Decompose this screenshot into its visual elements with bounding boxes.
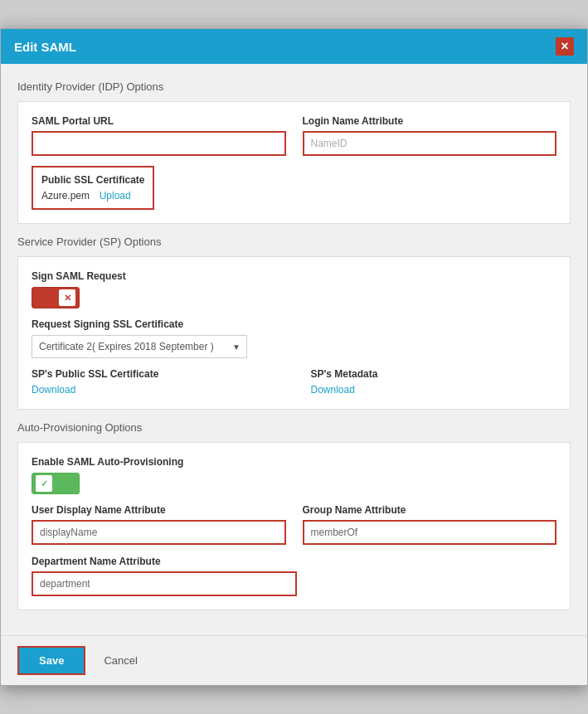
modal-body: Identity Provider (IDP) Options SAML Por…: [1, 64, 587, 635]
enable-auto-prov-group: Enable SAML Auto-Provisioning ✓: [32, 456, 556, 494]
sign-saml-request-group: Sign SAML Request ✕: [32, 270, 556, 308]
sign-saml-toggle[interactable]: ✕: [32, 287, 80, 308]
request-signing-select[interactable]: Certificate 2( Expires 2018 September ): [32, 335, 247, 358]
ssl-cert-box: Public SSL Certificate Azure.pem Upload: [32, 166, 154, 210]
group-name-input[interactable]: [303, 520, 557, 545]
saml-portal-url-group: SAML Portal URL: [32, 115, 286, 156]
modal-title: Edit SAML: [14, 40, 76, 54]
sp-metadata-download-link[interactable]: Download: [311, 384, 355, 396]
request-signing-select-wrapper: Certificate 2( Expires 2018 September ) …: [32, 335, 247, 358]
sp-section-title: Service Provider (SP) Options: [17, 236, 571, 248]
auto-prov-section-box: Enable SAML Auto-Provisioning ✓ User Dis…: [17, 442, 571, 610]
edit-saml-modal: Edit SAML × Identity Provider (IDP) Opti…: [0, 28, 588, 686]
idp-form-row: SAML Portal URL Login Name Attribute: [32, 115, 556, 156]
ssl-cert-label: Public SSL Certificate: [41, 174, 144, 186]
ssl-cert-upload-link[interactable]: Upload: [100, 190, 131, 202]
sign-saml-request-label: Sign SAML Request: [32, 270, 556, 282]
sign-saml-toggle-knob: ✕: [59, 289, 75, 306]
cancel-button[interactable]: Cancel: [95, 648, 145, 673]
idp-section-box: SAML Portal URL Login Name Attribute Pub…: [17, 101, 571, 224]
modal-footer: Save Cancel: [1, 635, 587, 685]
modal-header: Edit SAML ×: [1, 29, 587, 64]
sp-metadata-col: SP's Metadata Download: [311, 368, 557, 396]
ssl-cert-filename: Azure.pem: [41, 190, 90, 202]
auto-prov-section-title: Auto-Provisioning Options: [17, 421, 571, 434]
login-name-attribute-label: Login Name Attribute: [303, 115, 557, 127]
save-button[interactable]: Save: [17, 646, 85, 675]
idp-section-title: Identity Provider (IDP) Options: [17, 80, 571, 93]
request-signing-label: Request Signing SSL Certificate: [32, 318, 556, 330]
user-display-name-input[interactable]: [32, 520, 286, 545]
group-name-label: Group Name Attribute: [303, 504, 557, 516]
saml-portal-url-input[interactable]: [32, 131, 286, 156]
group-name-group: Group Name Attribute: [303, 504, 557, 545]
login-name-attribute-group: Login Name Attribute: [303, 115, 557, 156]
enable-auto-prov-toggle-knob: ✓: [36, 475, 52, 492]
user-display-name-group: User Display Name Attribute: [32, 504, 286, 545]
attribute-row-1: User Display Name Attribute Group Name A…: [32, 504, 556, 545]
saml-portal-url-label: SAML Portal URL: [32, 115, 286, 127]
enable-auto-prov-label: Enable SAML Auto-Provisioning: [32, 456, 556, 468]
department-name-input[interactable]: [32, 571, 297, 596]
user-display-name-label: User Display Name Attribute: [32, 504, 286, 516]
request-signing-group: Request Signing SSL Certificate Certific…: [32, 318, 556, 358]
ssl-cert-file-row: Azure.pem Upload: [41, 189, 144, 202]
department-name-group: Department Name Attribute: [32, 555, 556, 596]
sp-metadata-label: SP's Metadata: [311, 368, 557, 380]
close-button[interactable]: ×: [556, 37, 574, 56]
sp-links-row: SP's Public SSL Certificate Download SP'…: [32, 368, 556, 396]
sp-ssl-cert-label: SP's Public SSL Certificate: [32, 368, 278, 380]
login-name-attribute-input[interactable]: [303, 131, 557, 156]
sp-ssl-cert-download-link[interactable]: Download: [32, 384, 75, 396]
department-name-label: Department Name Attribute: [32, 556, 161, 567]
sp-ssl-cert-col: SP's Public SSL Certificate Download: [32, 368, 278, 396]
enable-auto-prov-toggle[interactable]: ✓: [32, 473, 80, 494]
sp-section-box: Sign SAML Request ✕ Request Signing SSL …: [17, 256, 571, 410]
